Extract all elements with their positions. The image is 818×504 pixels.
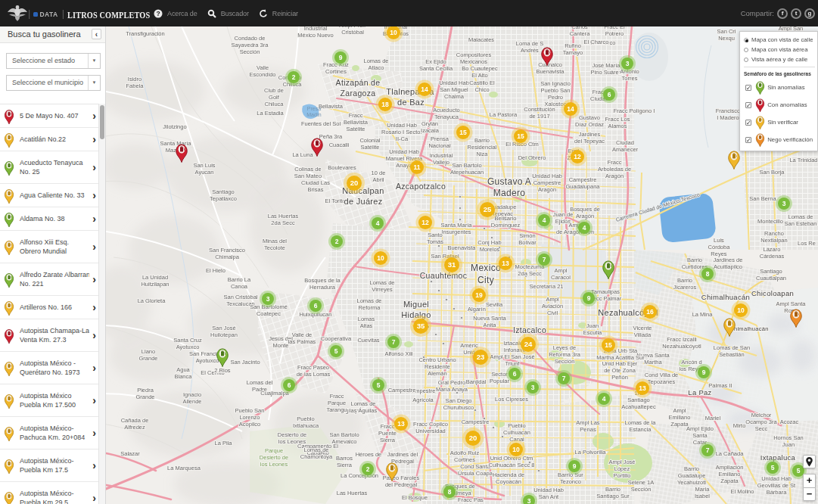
svg-text:Ampl Las: Ampl Las [576,419,600,426]
svg-text:Reforma: Reforma [359,304,381,311]
svg-text:Campestre: Campestre [388,387,416,394]
svg-text:15: 15 [605,341,612,349]
svg-text:7: 7 [562,375,566,382]
svg-text:San Mateo: San Mateo [294,173,322,179]
svg-text:La Trinidad: La Trinidad [789,157,817,163]
svg-text:Fracc: Fracc [608,159,622,166]
svg-text:Luis: Luis [714,237,724,244]
svg-text:23: 23 [477,353,485,361]
svg-text:Blanca: Blanca [175,373,193,380]
svg-text:El Bosque: El Bosque [402,494,428,501]
svg-text:Valle: Valle [257,64,269,71]
svg-text:Atizapán de: Atizapán de [336,78,381,87]
svg-text:Tepozanes: Tepozanes [648,378,676,385]
svg-text:Cuautlalpan: Cuautlalpan [756,275,786,282]
svg-text:Nextlalpan: Nextlalpan [760,237,787,244]
svg-text:Lomas del: Lomas del [247,379,273,386]
svg-text:Ciudad Las: Ciudad Las [301,179,330,186]
svg-text:Chico: Chico [474,86,489,93]
svg-text:4: 4 [376,219,380,227]
svg-text:Cortines: Cortines [325,68,347,75]
svg-text:7: 7 [392,338,396,346]
svg-text:Améric: Améric [460,342,478,349]
svg-text:Juan de: Juan de [553,211,574,218]
svg-text:Monte: Monte [273,342,289,349]
svg-text:3: 3 [531,384,535,391]
svg-text:José María: José María [592,62,620,69]
svg-text:10: 10 [737,306,745,314]
svg-text:10: 10 [390,29,397,36]
svg-text:Piedra: Piedra [137,387,154,394]
svg-text:Presa: Presa [307,106,321,111]
svg-text:15: 15 [517,132,524,140]
svg-text:Cañada de: Cañada de [121,417,149,424]
svg-text:Fracc Pas: Fracc Pas [458,496,484,503]
svg-text:Martha: Martha [644,359,662,366]
svg-text:12: 12 [421,219,429,226]
svg-text:Potrero: Potrero [605,30,624,37]
svg-text:La Pastora: La Pastora [490,111,518,118]
svg-text:Industrial: Industrial [304,26,328,32]
svg-text:San Cristóbal: San Cristóbal [223,294,257,300]
svg-text:Ixtlahuaca: Ixtlahuaca [293,422,319,429]
svg-text:El Molino: El Molino [731,488,754,495]
svg-text:Alamos: Alamos [608,123,627,129]
svg-text:La Glorieta: La Glorieta [138,297,166,304]
svg-text:3: 3 [527,497,531,504]
svg-text:Buenavista: Buenavista [447,244,476,251]
svg-text:Azcapotzalco: Azcapotzalco [396,182,446,191]
svg-text:Sayavedra 3ra: Sayavedra 3ra [232,42,269,48]
svg-text:Torres: Torres [622,75,638,82]
svg-text:Ciudad: Ciudad [616,139,634,146]
svg-text:de 1917: de 1917 [529,113,549,120]
svg-text:María Anaya: María Anaya [436,386,468,393]
svg-text:Barrio: Barrio [474,137,490,144]
svg-text:3: 3 [266,295,270,303]
svg-text:Barrio: Barrio [684,465,699,472]
svg-text:Leyes de: Leyes de [553,344,576,351]
svg-text:las Águilas: las Águilas [350,407,378,414]
svg-text:8: 8 [706,270,710,278]
svg-text:Zaragoza: Zaragoza [341,89,376,98]
svg-text:Atepehuacan: Atepehuacan [450,169,484,176]
svg-text:Francisco: Francisco [716,107,741,114]
svg-text:Guadalupe: Guadalupe [678,472,706,479]
svg-text:31: 31 [448,260,456,269]
svg-text:San Jacinto: San Jacinto [230,359,260,366]
svg-text:Emiliano: Emiliano [669,414,691,421]
svg-text:Algarín: Algarín [468,306,486,313]
svg-text:los Leones: los Leones [260,461,288,468]
svg-text:Domínguez: Domínguez [491,222,521,229]
svg-text:6: 6 [513,370,517,378]
svg-text:9: 9 [573,462,577,470]
svg-text:Santa María: Santa María [160,140,192,147]
svg-text:Simón: Simón [519,232,535,239]
svg-text:Andrés: Andrés [521,47,539,54]
svg-text:Fracc: Fracc [330,393,344,400]
svg-text:Ampliación: Ampliación [716,464,744,471]
svg-text:Valle de: Valle de [292,331,313,338]
svg-text:4: 4 [543,216,546,224]
svg-text:Barros: Barros [336,455,353,462]
svg-text:Bellavista: Bellavista [319,103,344,110]
svg-text:Santo: Santo [428,232,443,238]
svg-text:Guadalupana: Guadalupana [565,183,600,190]
svg-text:Peñón: Peñón [611,374,628,381]
svg-text:Boulevares: Boulevares [328,164,356,171]
svg-text:Atlaco: Atlaco [369,64,384,71]
svg-text:Córdoba: Córdoba [708,244,731,250]
svg-text:Geovillas de St: Geovillas de St [757,482,796,489]
svg-text:4: 4 [602,395,606,403]
svg-text:Fracc Los: Fracc Los [605,116,630,123]
svg-text:Minas del: Minas del [263,238,287,244]
svg-text:de Baz: de Baz [397,98,425,107]
svg-text:Bosques de: Bosques de [570,206,600,213]
svg-text:Sector: Sector [491,371,508,378]
svg-text:Jardines: Jardines [579,131,601,138]
svg-text:de las Lomas: de las Lomas [297,371,331,378]
svg-text:Ampl Santa: Ampl Santa [776,300,807,307]
svg-text:Residencial: Residencial [468,144,497,151]
svg-text:Cuevitas: Cuevitas [357,337,379,344]
svg-text:Lomas de: Lomas de [351,400,376,407]
svg-text:Nueva Santa: Nueva Santa [473,315,506,322]
